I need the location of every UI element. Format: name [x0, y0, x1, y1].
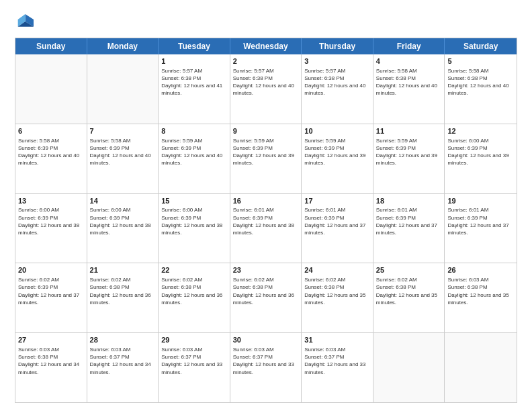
day-number: 2 — [233, 56, 299, 66]
day-info: Sunrise: 6:03 AM Sunset: 6:37 PM Dayligh… — [90, 346, 156, 376]
day-number: 11 — [376, 126, 442, 136]
day-info: Sunrise: 6:00 AM Sunset: 6:39 PM Dayligh… — [90, 206, 156, 236]
day-number: 10 — [304, 126, 370, 136]
day-number: 17 — [304, 196, 370, 206]
day-number: 27 — [18, 335, 84, 345]
calendar-cell: 2Sunrise: 5:57 AM Sunset: 6:38 PM Daylig… — [230, 54, 302, 124]
day-info: Sunrise: 6:01 AM Sunset: 6:39 PM Dayligh… — [447, 206, 514, 236]
day-number: 24 — [304, 265, 370, 275]
calendar-cell — [87, 54, 159, 124]
day-info: Sunrise: 6:00 AM Sunset: 6:39 PM Dayligh… — [18, 206, 84, 236]
calendar-cell: 7Sunrise: 5:58 AM Sunset: 6:39 PM Daylig… — [87, 124, 159, 193]
day-info: Sunrise: 5:59 AM Sunset: 6:39 PM Dayligh… — [304, 137, 370, 167]
day-number: 23 — [233, 265, 299, 275]
day-info: Sunrise: 6:03 AM Sunset: 6:37 PM Dayligh… — [233, 346, 299, 376]
day-info: Sunrise: 6:01 AM Sunset: 6:39 PM Dayligh… — [233, 206, 299, 236]
calendar-cell: 15Sunrise: 6:00 AM Sunset: 6:39 PM Dayli… — [159, 194, 230, 263]
day-info: Sunrise: 6:02 AM Sunset: 6:38 PM Dayligh… — [304, 276, 370, 306]
calendar-cell: 25Sunrise: 6:02 AM Sunset: 6:38 PM Dayli… — [373, 263, 445, 332]
calendar-cell: 30Sunrise: 6:03 AM Sunset: 6:37 PM Dayli… — [230, 333, 302, 402]
day-number: 30 — [233, 335, 299, 345]
calendar-cell: 6Sunrise: 5:58 AM Sunset: 6:39 PM Daylig… — [15, 124, 87, 193]
day-number: 13 — [18, 196, 84, 206]
day-number: 26 — [447, 265, 514, 275]
day-info: Sunrise: 6:02 AM Sunset: 6:38 PM Dayligh… — [376, 276, 442, 306]
day-number: 15 — [161, 196, 227, 206]
calendar-cell: 4Sunrise: 5:58 AM Sunset: 6:38 PM Daylig… — [373, 54, 445, 124]
calendar-cell: 9Sunrise: 5:59 AM Sunset: 6:39 PM Daylig… — [230, 124, 302, 193]
day-info: Sunrise: 6:03 AM Sunset: 6:38 PM Dayligh… — [18, 346, 84, 376]
calendar-cell: 31Sunrise: 6:03 AM Sunset: 6:37 PM Dayli… — [302, 333, 373, 402]
day-info: Sunrise: 5:58 AM Sunset: 6:39 PM Dayligh… — [18, 137, 84, 167]
logo-icon — [15, 12, 34, 31]
calendar-cell: 14Sunrise: 6:00 AM Sunset: 6:39 PM Dayli… — [87, 194, 159, 263]
day-info: Sunrise: 5:57 AM Sunset: 6:38 PM Dayligh… — [161, 67, 227, 97]
calendar-cell: 16Sunrise: 6:01 AM Sunset: 6:39 PM Dayli… — [230, 194, 302, 263]
day-number: 4 — [376, 56, 442, 66]
calendar-header-cell: Wednesday — [230, 38, 302, 54]
calendar-cell: 20Sunrise: 6:02 AM Sunset: 6:39 PM Dayli… — [15, 263, 87, 332]
day-number: 14 — [90, 196, 156, 206]
calendar-cell: 8Sunrise: 5:59 AM Sunset: 6:39 PM Daylig… — [159, 124, 230, 193]
day-number: 25 — [376, 265, 442, 275]
day-info: Sunrise: 5:59 AM Sunset: 6:39 PM Dayligh… — [161, 137, 227, 167]
day-info: Sunrise: 5:59 AM Sunset: 6:39 PM Dayligh… — [233, 137, 299, 167]
calendar-cell: 17Sunrise: 6:01 AM Sunset: 6:39 PM Dayli… — [302, 194, 373, 263]
day-info: Sunrise: 6:02 AM Sunset: 6:38 PM Dayligh… — [90, 276, 156, 306]
calendar-cell: 12Sunrise: 6:00 AM Sunset: 6:39 PM Dayli… — [445, 124, 517, 193]
calendar-week: 13Sunrise: 6:00 AM Sunset: 6:39 PM Dayli… — [15, 194, 517, 264]
day-number: 29 — [161, 335, 227, 345]
calendar-cell: 19Sunrise: 6:01 AM Sunset: 6:39 PM Dayli… — [445, 194, 517, 263]
logo — [15, 12, 36, 31]
calendar-header-cell: Saturday — [445, 38, 517, 54]
calendar-cell: 10Sunrise: 5:59 AM Sunset: 6:39 PM Dayli… — [302, 124, 373, 193]
day-number: 7 — [90, 126, 156, 136]
calendar-cell: 1Sunrise: 5:57 AM Sunset: 6:38 PM Daylig… — [159, 54, 230, 124]
day-number: 21 — [90, 265, 156, 275]
calendar-cell: 21Sunrise: 6:02 AM Sunset: 6:38 PM Dayli… — [87, 263, 159, 332]
calendar-week: 1Sunrise: 5:57 AM Sunset: 6:38 PM Daylig… — [15, 54, 517, 124]
calendar-cell: 23Sunrise: 6:02 AM Sunset: 6:38 PM Dayli… — [230, 263, 302, 332]
calendar-header-row: SundayMondayTuesdayWednesdayThursdayFrid… — [15, 38, 517, 54]
day-number: 12 — [447, 126, 514, 136]
day-info: Sunrise: 5:58 AM Sunset: 6:38 PM Dayligh… — [447, 67, 514, 97]
calendar-cell: 22Sunrise: 6:02 AM Sunset: 6:38 PM Dayli… — [159, 263, 230, 332]
calendar-cell — [445, 333, 517, 402]
calendar-cell: 26Sunrise: 6:03 AM Sunset: 6:38 PM Dayli… — [445, 263, 517, 332]
day-info: Sunrise: 6:00 AM Sunset: 6:39 PM Dayligh… — [161, 206, 227, 236]
calendar-header-cell: Monday — [87, 38, 159, 54]
day-number: 18 — [376, 196, 442, 206]
calendar-header-cell: Tuesday — [159, 38, 230, 54]
calendar-cell: 13Sunrise: 6:00 AM Sunset: 6:39 PM Dayli… — [15, 194, 87, 263]
day-info: Sunrise: 5:59 AM Sunset: 6:39 PM Dayligh… — [376, 137, 442, 167]
day-number: 5 — [447, 56, 514, 66]
calendar-cell: 24Sunrise: 6:02 AM Sunset: 6:38 PM Dayli… — [302, 263, 373, 332]
calendar-week: 20Sunrise: 6:02 AM Sunset: 6:39 PM Dayli… — [15, 263, 517, 333]
day-number: 3 — [304, 56, 370, 66]
day-info: Sunrise: 6:03 AM Sunset: 6:38 PM Dayligh… — [447, 276, 514, 306]
day-info: Sunrise: 6:01 AM Sunset: 6:39 PM Dayligh… — [376, 206, 442, 236]
calendar-cell: 3Sunrise: 5:57 AM Sunset: 6:38 PM Daylig… — [302, 54, 373, 124]
page: SundayMondayTuesdayWednesdayThursdayFrid… — [0, 0, 532, 411]
calendar-week: 27Sunrise: 6:03 AM Sunset: 6:38 PM Dayli… — [15, 333, 517, 402]
calendar-cell: 28Sunrise: 6:03 AM Sunset: 6:37 PM Dayli… — [87, 333, 159, 402]
calendar-cell — [15, 54, 87, 124]
day-info: Sunrise: 5:57 AM Sunset: 6:38 PM Dayligh… — [304, 67, 370, 97]
day-number: 22 — [161, 265, 227, 275]
day-number: 16 — [233, 196, 299, 206]
calendar: SundayMondayTuesdayWednesdayThursdayFrid… — [15, 38, 517, 403]
day-number: 9 — [233, 126, 299, 136]
day-info: Sunrise: 6:02 AM Sunset: 6:38 PM Dayligh… — [161, 276, 227, 306]
day-info: Sunrise: 6:03 AM Sunset: 6:37 PM Dayligh… — [161, 346, 227, 376]
day-number: 20 — [18, 265, 84, 275]
day-info: Sunrise: 6:02 AM Sunset: 6:39 PM Dayligh… — [18, 276, 84, 306]
day-number: 6 — [18, 126, 84, 136]
day-info: Sunrise: 6:03 AM Sunset: 6:37 PM Dayligh… — [304, 346, 370, 376]
day-number: 28 — [90, 335, 156, 345]
day-info: Sunrise: 6:02 AM Sunset: 6:38 PM Dayligh… — [233, 276, 299, 306]
day-number: 1 — [161, 56, 227, 66]
calendar-cell: 5Sunrise: 5:58 AM Sunset: 6:38 PM Daylig… — [445, 54, 517, 124]
calendar-cell: 11Sunrise: 5:59 AM Sunset: 6:39 PM Dayli… — [373, 124, 445, 193]
day-info: Sunrise: 6:01 AM Sunset: 6:39 PM Dayligh… — [304, 206, 370, 236]
day-number: 19 — [447, 196, 514, 206]
